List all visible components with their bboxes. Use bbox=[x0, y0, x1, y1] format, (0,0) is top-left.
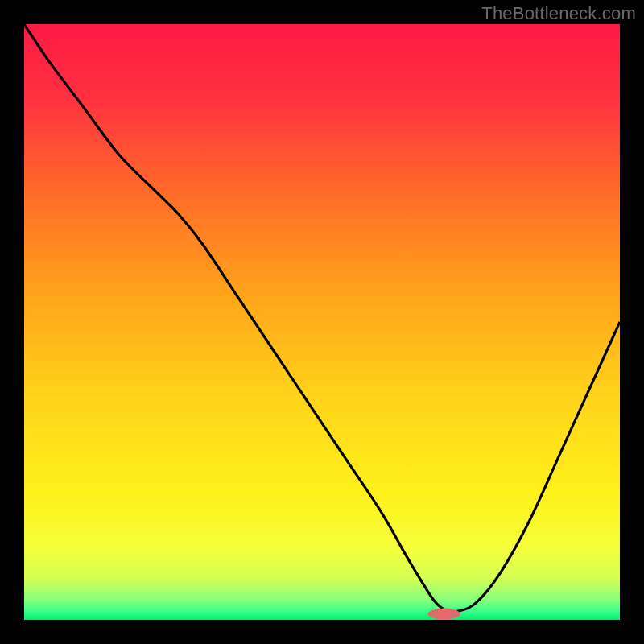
plot-background bbox=[24, 24, 620, 620]
optimum-marker bbox=[428, 609, 460, 620]
chart-figure: { "watermark": "TheBottleneck.com", "col… bbox=[0, 0, 644, 644]
watermark-text: TheBottleneck.com bbox=[481, 3, 636, 24]
plot-svg bbox=[0, 0, 644, 644]
